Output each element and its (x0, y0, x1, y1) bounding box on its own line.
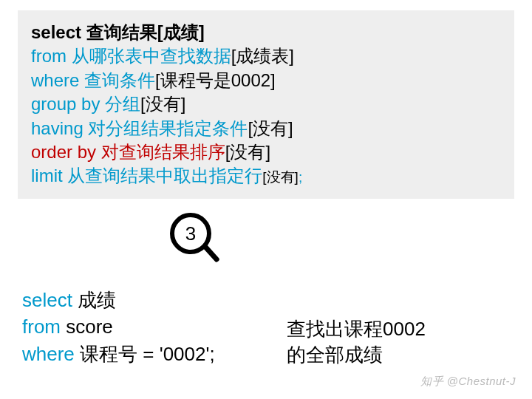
template-line-having: having 对分组结果指定条件[没有] (31, 117, 501, 140)
kw-select: select (31, 22, 81, 42)
query-line-from: from score (22, 313, 215, 340)
query-line-where: where 课程号 = '0002'; (22, 341, 215, 367)
br-where: [课程号是0002] (155, 70, 276, 90)
desc-line1: 查找出课程0002 (287, 316, 426, 342)
txt-where-zh: 查询条件 (79, 70, 155, 90)
q-kw-from: from (22, 316, 61, 338)
semicolon: ; (299, 169, 302, 185)
template-line-limit: limit 从查询结果中取出指定行[没有]; (31, 164, 501, 188)
kw-groupby: group by (31, 94, 100, 114)
magnifier-handle (202, 244, 220, 262)
txt-from-zh: 从哪张表中查找数据 (66, 46, 231, 66)
q-kw-select: select (22, 289, 72, 311)
br-groupby: [没有] (140, 94, 185, 114)
template-line-where: where 查询条件[课程号是0002] (31, 69, 501, 92)
template-line-orderby: order by 对查询结果排序[没有] (31, 140, 501, 164)
watermark: 知乎 @Chestnut-J (420, 375, 516, 389)
q-txt-select: 成绩 (72, 289, 116, 311)
sql-template-box: select 查询结果[成绩] from 从哪张表中查找数据[成绩表] wher… (18, 10, 514, 199)
txt-orderby-zh: 对查询结果排序 (96, 142, 225, 162)
kw-orderby: order by (31, 142, 96, 162)
br-from: [成绩表] (231, 46, 294, 66)
template-line-select: select 查询结果[成绩] (31, 21, 501, 44)
q-kw-where: where (22, 343, 75, 365)
step-number: 3 (185, 222, 196, 245)
kw-having: having (31, 118, 83, 138)
sql-query-block: select 成绩 from score where 课程号 = '0002'; (22, 287, 215, 367)
template-line-groupby: group by 分组[没有] (31, 92, 501, 116)
kw-where: where (31, 70, 79, 90)
description-block: 查找出课程0002 的全部成绩 (287, 316, 426, 368)
txt-groupby-zh: 分组 (100, 94, 140, 114)
magnifier-icon: 3 (170, 213, 211, 254)
template-line-from: from 从哪张表中查找数据[成绩表] (31, 44, 501, 68)
q-txt-where: 课程号 = '0002'; (75, 343, 215, 365)
txt-having-zh: 对分组结果指定条件 (83, 118, 248, 138)
kw-limit: limit (31, 166, 63, 185)
br-select: [成绩] (157, 22, 205, 42)
query-line-select: select 成绩 (22, 287, 215, 313)
txt-limit-zh: 从查询结果中取出指定行 (63, 166, 263, 185)
br-orderby: [没有] (225, 142, 270, 162)
q-txt-from: score (61, 316, 113, 338)
kw-from: from (31, 46, 66, 66)
br-limit: [没有] (262, 169, 299, 185)
desc-line2: 的全部成绩 (287, 342, 426, 368)
txt-select-zh: 查询结果 (81, 22, 157, 42)
br-having: [没有] (248, 118, 293, 138)
